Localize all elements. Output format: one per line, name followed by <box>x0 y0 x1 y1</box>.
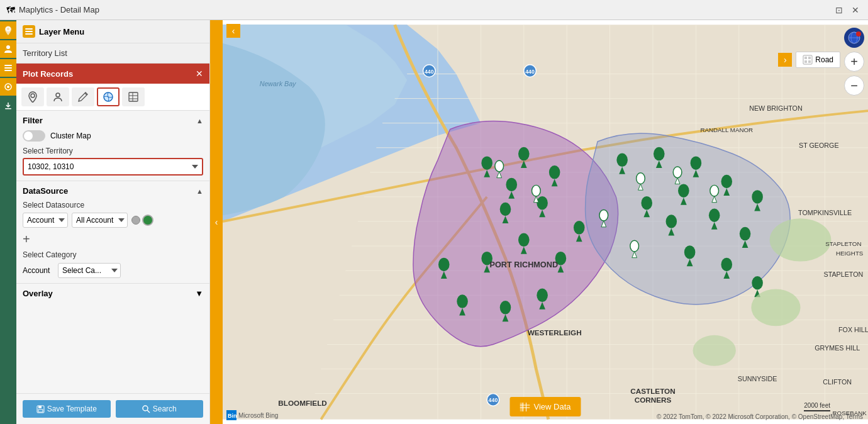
svg-point-12 <box>56 93 60 97</box>
icon-sidebar <box>0 20 16 424</box>
category-select[interactable]: Select Ca... <box>58 263 121 278</box>
svg-rect-148 <box>520 403 523 411</box>
svg-text:RANDALL MANOR: RANDALL MANOR <box>700 126 753 133</box>
green-color-dot[interactable] <box>142 215 153 226</box>
overlay-label: Overlay <box>23 289 53 298</box>
sidebar-item-person[interactable] <box>0 40 16 58</box>
sidebar-item-group[interactable] <box>0 78 16 96</box>
svg-point-114 <box>751 289 800 326</box>
collapse-panel-btn[interactable]: ‹ <box>210 20 223 424</box>
scale-label: 2000 feet <box>804 402 830 409</box>
svg-point-97 <box>752 276 763 289</box>
svg-rect-142 <box>804 60 807 63</box>
account-category-label: Account <box>23 266 54 275</box>
map-scale: 2000 feet <box>804 402 830 411</box>
view-data-label: View Data <box>533 402 570 411</box>
nav-arrow-right[interactable]: › <box>778 53 792 67</box>
layer-menu-header: Layer Menu <box>16 20 209 43</box>
tool-person-btn[interactable] <box>47 87 69 106</box>
svg-point-81 <box>721 175 732 188</box>
svg-point-95 <box>721 258 732 271</box>
datasource-row: Account All Account <box>23 213 203 228</box>
svg-point-49 <box>506 178 517 191</box>
svg-text:TOMPKINSVILLE: TOMPKINSVILLE <box>798 209 852 216</box>
tool-location-btn[interactable] <box>21 87 44 106</box>
layer-menu-label: Layer Menu <box>39 27 84 36</box>
view-data-button[interactable]: View Data <box>509 397 581 416</box>
svg-point-51 <box>549 165 560 179</box>
svg-point-11 <box>31 94 35 98</box>
nav-arrow-left[interactable]: ‹ <box>226 24 240 38</box>
app-icon: 🗺 <box>6 5 15 15</box>
svg-point-6 <box>7 86 9 88</box>
svg-point-79 <box>678 184 689 197</box>
svg-point-113 <box>770 218 832 261</box>
overlay-header[interactable]: Overlay ▼ <box>23 289 203 298</box>
overlay-section: Overlay ▼ <box>16 283 209 303</box>
close-button[interactable]: ✕ <box>849 4 862 16</box>
map-svg[interactable]: Newark Bay <box>223 20 868 424</box>
svg-text:440: 440 <box>525 69 535 75</box>
svg-point-103 <box>637 173 645 184</box>
svg-text:HEIGHTS: HEIGHTS <box>836 250 864 257</box>
overlay-chevron: ▼ <box>195 289 203 298</box>
svg-point-111 <box>630 240 639 252</box>
empty-dot[interactable] <box>131 216 140 225</box>
save-template-label: Save Template <box>47 404 97 413</box>
svg-rect-7 <box>5 108 11 109</box>
territory-list-header[interactable]: Territory List <box>16 43 209 64</box>
svg-point-91 <box>740 227 751 240</box>
svg-rect-9 <box>25 31 33 32</box>
filter-section: Filter ▲ Cluster Map Select Territory 10… <box>16 111 209 181</box>
svg-rect-14 <box>129 92 138 101</box>
tool-icons-row <box>16 84 209 111</box>
account-select[interactable]: Account <box>23 213 68 228</box>
svg-rect-140 <box>804 57 807 59</box>
all-account-select[interactable]: All Account <box>72 213 128 228</box>
cluster-map-label: Cluster Map <box>50 131 91 140</box>
svg-rect-10 <box>25 33 33 35</box>
cluster-map-toggle[interactable] <box>23 130 45 142</box>
sidebar-item-download[interactable] <box>0 97 16 114</box>
svg-text:STAPLETON: STAPLETON <box>823 271 863 278</box>
territory-select[interactable]: 10302, 10310 <box>23 158 203 176</box>
side-panel: Layer Menu Territory List Plot Records ✕ <box>16 20 210 424</box>
datasource-header[interactable]: DataSource ▲ <box>23 186 203 196</box>
svg-point-18 <box>143 406 148 411</box>
sidebar-item-layers[interactable] <box>0 59 16 77</box>
svg-text:CLIFTON: CLIFTON <box>823 378 852 386</box>
zoom-in-button[interactable]: + <box>844 52 864 72</box>
svg-point-75 <box>654 147 665 160</box>
svg-point-73 <box>616 153 628 167</box>
restore-button[interactable]: ⊡ <box>833 4 845 16</box>
svg-rect-17 <box>38 410 43 412</box>
svg-point-47 <box>518 147 530 160</box>
svg-text:PORT RICHMOND: PORT RICHMOND <box>490 260 559 269</box>
map-copyright: © 2022 TomTom, © 2022 Microsoft Corporat… <box>657 413 863 420</box>
save-template-button[interactable]: Save Template <box>23 400 111 418</box>
svg-point-83 <box>752 190 763 203</box>
filter-header[interactable]: Filter ▲ <box>23 116 203 125</box>
svg-rect-141 <box>808 57 811 59</box>
svg-rect-143 <box>808 60 811 63</box>
plot-records-close[interactable]: ✕ <box>196 69 203 79</box>
road-button[interactable]: Road <box>796 52 840 68</box>
zoom-out-button[interactable]: − <box>844 75 864 96</box>
plot-records-header: Plot Records ✕ <box>16 64 209 84</box>
tool-map-btn[interactable] <box>97 87 120 106</box>
copyright-text: © 2022 TomTom, © 2022 Microsoft Corporat… <box>657 413 863 420</box>
datasource-label: DataSource <box>23 186 68 196</box>
svg-point-77 <box>691 156 702 169</box>
add-datasource-btn[interactable]: + <box>23 232 203 247</box>
sidebar-item-location[interactable] <box>0 21 16 39</box>
svg-point-105 <box>673 167 682 178</box>
tool-table-btn[interactable] <box>122 87 145 106</box>
svg-text:SUNNYSIDE: SUNNYSIDE <box>738 375 777 382</box>
svg-point-89 <box>709 209 720 222</box>
map-top-controls: › Road + − <box>778 24 864 96</box>
search-button[interactable]: Search <box>116 400 204 418</box>
tool-pencil-btn[interactable] <box>72 87 94 106</box>
svg-text:CORNERS: CORNERS <box>635 396 672 404</box>
globe-button[interactable] <box>844 28 864 48</box>
territory-list-label: Territory List <box>23 48 67 58</box>
